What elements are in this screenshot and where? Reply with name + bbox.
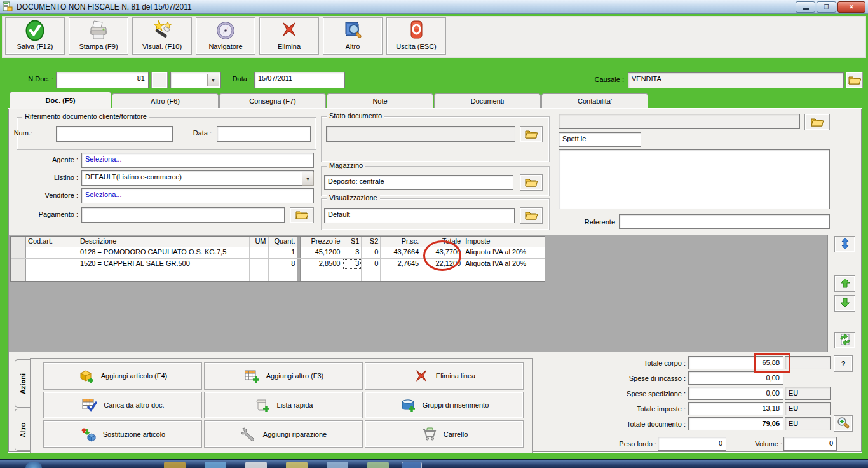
start-button[interactable]	[25, 462, 42, 468]
magazzino-folder-button[interactable]	[520, 174, 543, 191]
tab-doc[interactable]: Doc. (F5)	[10, 92, 111, 109]
tab-consegna[interactable]: Consegna (F7)	[219, 93, 326, 108]
table-row[interactable]: 1520 = CAPPERI AL SALE GR.500 8 2,8500 3…	[11, 259, 545, 270]
cell-empty[interactable]	[381, 270, 421, 281]
visualizzazione-dropdown[interactable]: Default	[324, 208, 515, 223]
cell-imposte[interactable]: Aliquota IVA al 20%	[463, 247, 545, 258]
tab-contabilita[interactable]: Contabilita'	[541, 93, 648, 108]
table-row[interactable]: 0128 = POMODORO CAPULIATO O.S. KG.7,5 1 …	[11, 247, 545, 259]
gruppi-di-inserimento-button[interactable]: Gruppi di inserimento	[365, 392, 524, 419]
navigatore-button[interactable]: Navigatore	[196, 17, 255, 55]
help-button[interactable]: ?	[834, 355, 853, 372]
cell-prezzo[interactable]: 2,8500	[301, 259, 342, 270]
cell-empty[interactable]	[78, 270, 250, 281]
tab-note[interactable]: Note	[327, 93, 433, 108]
row-down-button[interactable]	[834, 295, 855, 312]
cell-s1[interactable]: 3	[342, 247, 362, 258]
chevron-down-icon[interactable]: ▼	[207, 74, 219, 86]
cell-imposte[interactable]: Aliquota IVA al 20%	[463, 259, 545, 270]
ref-data-input[interactable]	[217, 126, 311, 142]
carica-da-altro-doc-button[interactable]: Carica da altro doc.	[43, 392, 202, 419]
sostituzione-articolo-button[interactable]: Sostituzione articolo	[43, 420, 202, 448]
venditore-input[interactable]: Seleziona...	[81, 188, 314, 203]
pagamento-folder-button[interactable]	[290, 207, 314, 223]
cell-descrizione[interactable]: 1520 = CAPPERI AL SALE GR.500	[78, 259, 250, 270]
customer-address-textarea[interactable]	[559, 149, 830, 209]
row-up-button[interactable]	[834, 275, 855, 292]
ndoc-input[interactable]: 81	[56, 72, 149, 88]
taskbar-icon[interactable]	[205, 462, 226, 468]
row-selector[interactable]	[11, 259, 26, 270]
aggiungi-articolo-button[interactable]: Aggiungi articolo (F4)	[43, 362, 202, 390]
cell-empty[interactable]	[362, 270, 381, 281]
cell-empty[interactable]	[269, 270, 298, 281]
cell-quant[interactable]: 1	[269, 247, 298, 258]
cell-um[interactable]	[250, 259, 269, 270]
cell-codart[interactable]	[26, 247, 78, 258]
cell-prsc[interactable]: 43,7664	[381, 247, 421, 258]
side-tab-azioni[interactable]: Azioni	[15, 359, 31, 408]
salva-button[interactable]: Salva (F12)	[5, 17, 65, 55]
altro-button[interactable]: Altro	[323, 17, 383, 55]
close-button[interactable]: ✕	[837, 1, 865, 13]
cell-prezzo[interactable]: 45,1200	[301, 247, 342, 258]
elimina-button[interactable]: Elimina	[259, 17, 319, 55]
lista-rapida-button[interactable]: Lista rapida	[204, 392, 363, 419]
taskbar-icon[interactable]	[367, 462, 389, 468]
cell-prsc[interactable]: 2,7645	[381, 259, 421, 270]
referente-input[interactable]	[619, 214, 830, 229]
causale-input[interactable]: VENDITA	[628, 72, 844, 88]
cell-empty[interactable]	[463, 270, 545, 281]
cell-s1-focused[interactable]: 3	[342, 259, 362, 270]
stampa-button[interactable]: Stampa (F9)	[69, 17, 128, 55]
taskbar-icon[interactable]	[402, 462, 422, 468]
taskbar-icon[interactable]	[164, 462, 186, 468]
date-input[interactable]: 15/07/2011	[254, 72, 345, 88]
taskbar-icon[interactable]	[245, 462, 267, 468]
magazzino-input[interactable]: Deposito: centrale	[324, 175, 513, 190]
cell-totale[interactable]: 22,1200	[421, 259, 463, 270]
cell-empty[interactable]	[342, 270, 362, 281]
cell-totale[interactable]: 43,7700	[421, 247, 463, 258]
cell-empty[interactable]	[26, 270, 78, 281]
row-selector[interactable]	[11, 247, 26, 258]
visual-button[interactable]: Visual. (F10)	[132, 17, 192, 55]
uscita-button[interactable]: Uscita (ESC)	[386, 17, 446, 55]
carrello-button[interactable]: Carrello	[365, 420, 524, 448]
pagamento-dropdown[interactable]	[81, 207, 285, 223]
listino-dropdown[interactable]: DEFAULT(Listino e-commerce)	[81, 170, 314, 186]
customer-folder-button[interactable]	[804, 114, 830, 130]
cell-s2[interactable]: 0	[362, 259, 381, 270]
zoom-totals-button[interactable]	[834, 415, 853, 432]
volume-field[interactable]: 0	[783, 437, 837, 451]
tab-documenti[interactable]: Documenti	[434, 93, 541, 108]
stato-folder-button[interactable]	[520, 126, 543, 142]
cell-s2[interactable]: 0	[362, 247, 381, 258]
cell-descrizione[interactable]: 0128 = POMODORO CAPULIATO O.S. KG.7,5	[78, 247, 250, 258]
agente-input[interactable]: Seleziona...	[81, 153, 314, 168]
minimize-button[interactable]	[796, 1, 815, 13]
spese-spedizione-field[interactable]: 0,00	[688, 387, 783, 400]
row-selector[interactable]	[11, 270, 26, 281]
ndoc-aux-button[interactable]	[151, 72, 168, 88]
spese-incasso-field[interactable]: 0,00	[688, 371, 783, 385]
causale-folder-button[interactable]	[846, 72, 863, 88]
cell-empty[interactable]	[421, 270, 463, 281]
restore-button[interactable]: ❐	[817, 1, 836, 13]
refresh-button[interactable]	[834, 332, 855, 348]
cell-um[interactable]	[250, 247, 269, 258]
cell-quant[interactable]: 8	[269, 259, 298, 270]
salutation-input[interactable]: Spett.le	[559, 132, 641, 147]
side-tab-altro[interactable]: Altro	[15, 409, 31, 451]
cell-empty[interactable]	[250, 270, 269, 281]
tab-altro[interactable]: Altro (F6)	[112, 93, 219, 108]
taskbar-icon[interactable]	[286, 462, 308, 468]
cell-codart[interactable]	[26, 259, 78, 270]
elimina-linea-button[interactable]: Elimina linea	[365, 362, 524, 390]
listino-chevron-down-icon[interactable]: ▼	[302, 172, 314, 186]
aggiungi-altro-button[interactable]: Aggiungi altro (F3)	[204, 362, 363, 390]
table-row-empty[interactable]	[11, 270, 545, 281]
cell-empty[interactable]	[301, 270, 342, 281]
aggiungi-riparazione-button[interactable]: Aggiungi riparazione	[204, 420, 363, 448]
doc-type-dropdown[interactable]: ▼	[170, 72, 221, 88]
